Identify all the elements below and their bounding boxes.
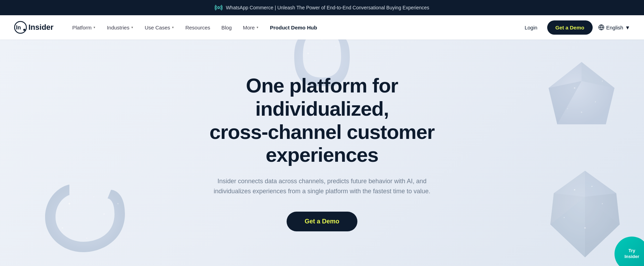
shape-bottom-right <box>547 169 623 259</box>
nav-item-use-cases[interactable]: Use Cases ▼ <box>140 22 179 33</box>
hero-cta-button[interactable]: Get a Demo <box>287 212 357 231</box>
get-demo-button[interactable]: Get a Demo <box>547 20 593 35</box>
hero-section: One platform for individualized, cross-c… <box>0 39 644 266</box>
nav-links: Platform ▼ Industries ▼ Use Cases ▼ Reso… <box>67 22 520 33</box>
nav-item-more[interactable]: More ▼ <box>238 22 264 33</box>
svg-marker-30 <box>550 193 585 224</box>
svg-point-21 <box>62 227 63 229</box>
shape-top-right <box>547 60 616 130</box>
nav-item-resources[interactable]: Resources <box>180 22 215 33</box>
signal-icon <box>215 4 222 11</box>
announcement-text: WhatsApp Commerce | Unleash The Power of… <box>226 5 429 10</box>
svg-point-36 <box>592 186 593 187</box>
svg-marker-24 <box>550 171 620 257</box>
svg-point-16 <box>567 108 568 109</box>
svg-point-13 <box>574 87 575 89</box>
svg-point-3 <box>23 29 25 31</box>
svg-marker-11 <box>582 62 615 88</box>
navbar: In Insider Platform ▼ Industries ▼ Use C… <box>0 15 644 39</box>
chevron-down-icon: ▼ <box>171 26 174 29</box>
globe-icon <box>598 24 604 30</box>
svg-point-33 <box>584 227 586 229</box>
svg-point-32 <box>602 203 603 204</box>
svg-marker-26 <box>554 171 585 197</box>
svg-point-7 <box>321 39 323 41</box>
chevron-down-icon: ▼ <box>625 25 630 30</box>
svg-text:In: In <box>16 25 21 30</box>
svg-point-22 <box>118 203 119 204</box>
svg-point-31 <box>574 189 575 190</box>
nav-right: Login Get a Demo English ▼ <box>520 20 630 35</box>
logo-icon: In <box>14 21 27 34</box>
chevron-down-icon: ▼ <box>93 26 96 29</box>
nav-item-industries[interactable]: Industries ▼ <box>102 22 138 33</box>
chevron-down-icon: ▼ <box>131 26 134 29</box>
svg-marker-28 <box>585 197 620 257</box>
svg-point-18 <box>69 203 70 205</box>
svg-marker-10 <box>549 62 615 124</box>
hero-subtitle: Insider connects data across channels, p… <box>207 176 437 196</box>
svg-point-15 <box>581 112 582 113</box>
shape-bottom-left <box>35 169 132 266</box>
svg-marker-27 <box>585 193 620 224</box>
logo[interactable]: In Insider <box>14 21 53 34</box>
login-button[interactable]: Login <box>520 22 542 33</box>
chevron-down-icon: ▼ <box>256 26 259 29</box>
svg-marker-29 <box>550 197 585 257</box>
svg-marker-12 <box>549 81 582 124</box>
announcement-bar[interactable]: WhatsApp Commerce | Unleash The Power of… <box>0 0 644 15</box>
svg-point-23 <box>93 196 94 197</box>
svg-point-6 <box>336 46 337 47</box>
nav-item-product-demo-hub[interactable]: Product Demo Hub <box>265 22 322 33</box>
svg-marker-25 <box>585 171 616 197</box>
svg-point-0 <box>218 7 220 9</box>
svg-point-14 <box>595 101 596 103</box>
nav-item-platform[interactable]: Platform ▼ <box>67 22 101 33</box>
nav-item-blog[interactable]: Blog <box>217 22 237 33</box>
svg-point-19 <box>103 213 105 215</box>
hero-content: One platform for individualized, cross-c… <box>183 60 461 245</box>
logo-text: Insider <box>28 23 53 32</box>
language-selector[interactable]: English ▼ <box>598 24 630 30</box>
svg-point-17 <box>602 81 603 82</box>
svg-point-20 <box>86 238 87 239</box>
svg-point-34 <box>564 217 565 218</box>
language-label: English <box>606 25 623 30</box>
svg-point-35 <box>605 238 606 239</box>
svg-point-5 <box>307 53 309 54</box>
hero-title: One platform for individualized, cross-c… <box>190 74 454 167</box>
